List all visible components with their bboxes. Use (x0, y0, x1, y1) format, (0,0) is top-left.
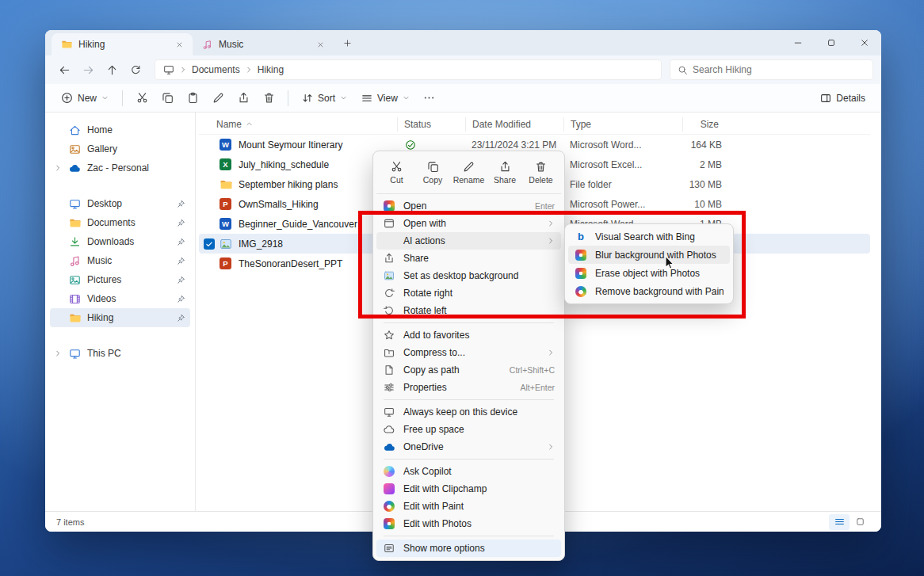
menu-item-add-to-favorites[interactable]: Add to favorites (376, 326, 561, 344)
copilot-icon (383, 466, 395, 477)
sidebar-item-hiking[interactable]: Hiking (50, 308, 190, 327)
details-pane-button[interactable]: Details (814, 87, 872, 109)
column-header-size[interactable]: Size (682, 117, 725, 132)
sidebar-item-music[interactable]: Music (50, 251, 190, 270)
up-button[interactable] (101, 59, 123, 81)
properties-icon (383, 382, 395, 393)
minimize-button[interactable] (781, 30, 815, 55)
refresh-button[interactable] (124, 59, 147, 81)
details-view-toggle[interactable] (829, 514, 850, 530)
paste-button[interactable] (181, 87, 204, 109)
navigation-bar: Documents Hiking (45, 55, 881, 84)
menu-item-always-keep-on-this-device[interactable]: Always keep on this device (376, 403, 561, 421)
zip-folder-icon (383, 347, 395, 358)
maximize-button[interactable] (815, 30, 848, 55)
star-icon (383, 330, 395, 341)
new-button[interactable]: New (55, 87, 115, 109)
row-checkbox[interactable] (199, 238, 220, 250)
column-headers: Name Status Date Modified Type Size (199, 114, 870, 135)
delete-button[interactable]: Delete (524, 156, 558, 189)
window-controls (781, 30, 881, 55)
menu-item-show-more-options[interactable]: Show more options (376, 540, 561, 557)
downloads-icon (69, 236, 81, 248)
pin-icon (177, 257, 185, 265)
menu-item-edit-with-photos[interactable]: Edit with Photos (376, 515, 561, 532)
menu-item-onedrive[interactable]: OneDrive (376, 438, 561, 456)
document-icon (383, 364, 395, 376)
share-button[interactable]: Share (488, 156, 522, 189)
copy-button[interactable]: Copy (416, 156, 450, 189)
menu-item-edit-with-paint[interactable]: Edit with Paint (376, 498, 561, 515)
clipchamp-icon (383, 483, 395, 494)
paint-icon (383, 501, 395, 512)
photos-app-icon (383, 518, 395, 529)
music-icon (202, 40, 212, 50)
column-header-name[interactable]: Name (199, 117, 397, 132)
search-input[interactable] (693, 64, 865, 75)
sidebar-item-gallery[interactable]: Gallery (50, 139, 190, 158)
menu-separator (384, 322, 554, 323)
menu-item-copy-as-path[interactable]: Copy as path Ctrl+Shift+C (376, 361, 561, 379)
quick-actions-row: Cut Copy Rename Share Delete (376, 154, 561, 194)
column-header-date-modified[interactable]: Date Modified (465, 117, 563, 132)
sort-button[interactable]: Sort (296, 87, 353, 109)
chevron-right-icon (547, 349, 555, 357)
tab-hiking[interactable]: Hiking (52, 33, 193, 55)
sidebar-item-this-pc[interactable]: This PC (50, 344, 190, 363)
word-file-icon: W (220, 139, 239, 151)
chevron-right-icon (245, 66, 253, 74)
divider (288, 90, 288, 106)
videos-icon (69, 293, 81, 305)
pictures-icon (69, 274, 81, 286)
powerpoint-file-icon: P (220, 198, 239, 210)
documents-icon (69, 217, 81, 229)
rename-button[interactable] (206, 87, 230, 109)
sidebar-item-downloads[interactable]: Downloads (50, 232, 190, 251)
menu-separator (384, 536, 554, 536)
chevron-right-icon[interactable] (54, 164, 62, 172)
chevron-right-icon[interactable] (54, 349, 62, 357)
command-bar: New Sort View (45, 84, 881, 113)
breadcrumb-item-documents[interactable]: Documents (192, 64, 240, 75)
powerpoint-file-icon: P (220, 257, 239, 269)
sidebar-item-desktop[interactable]: Desktop (50, 194, 190, 213)
menu-item-edit-with-clipchamp[interactable]: Edit with Clipchamp (376, 480, 561, 498)
menu-item-free-up-space[interactable]: Free up space (376, 421, 561, 438)
tab-bar: Hiking Music (45, 30, 881, 55)
back-button[interactable] (53, 59, 75, 81)
large-icons-view-toggle[interactable] (850, 514, 870, 530)
view-button[interactable]: View (355, 87, 416, 109)
delete-button[interactable] (257, 87, 281, 109)
menu-item-ask-copilot[interactable]: Ask Copilot (376, 463, 561, 480)
new-tab-button[interactable] (337, 32, 357, 53)
column-header-status[interactable]: Status (397, 117, 465, 132)
sidebar-item-documents[interactable]: Documents (50, 213, 190, 232)
details-pane-icon (820, 93, 831, 104)
cut-button[interactable] (130, 87, 154, 109)
search-box (670, 59, 873, 80)
close-tab-icon[interactable] (313, 37, 327, 51)
share-button[interactable] (231, 87, 255, 109)
column-header-type[interactable]: Type (563, 117, 682, 132)
pin-icon (177, 200, 185, 208)
close-tab-icon[interactable] (172, 37, 186, 51)
tab-music[interactable]: Music (193, 33, 334, 55)
rename-button[interactable]: Rename (452, 156, 486, 189)
more-options-button[interactable] (418, 87, 441, 109)
breadcrumb-item-hiking[interactable]: Hiking (258, 64, 284, 75)
divider (122, 90, 123, 106)
menu-item-properties[interactable]: Properties Alt+Enter (376, 379, 561, 396)
forward-button[interactable] (77, 59, 99, 81)
sidebar-item-home[interactable]: Home (50, 120, 190, 139)
menu-item-compress-to[interactable]: Compress to... (376, 344, 561, 361)
sidebar-item-pictures[interactable]: Pictures (50, 270, 190, 289)
folder-icon (69, 312, 81, 324)
sidebar-item-videos[interactable]: Videos (50, 289, 190, 308)
cut-button[interactable]: Cut (380, 156, 414, 189)
copy-button[interactable] (155, 87, 179, 109)
pc-icon (69, 348, 81, 360)
sort-icon (302, 93, 313, 104)
close-button[interactable] (848, 30, 881, 55)
sidebar-item-onedrive-personal[interactable]: Zac - Personal (50, 158, 190, 177)
folder-icon (220, 178, 239, 191)
